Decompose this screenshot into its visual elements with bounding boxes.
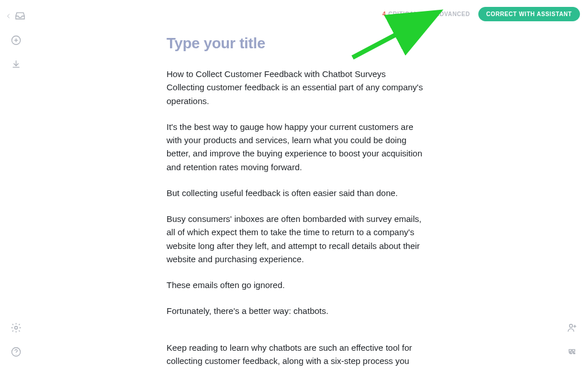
right-sidebar [556, 0, 588, 368]
critical-stat[interactable]: 4 CRITICAL [382, 11, 418, 17]
settings-button[interactable] [9, 321, 23, 335]
advanced-stat[interactable]: 35 ADVANCED [426, 11, 470, 17]
paragraph[interactable]: But collecting useful feedback is often … [167, 186, 425, 200]
download-button[interactable] [9, 57, 23, 71]
title-input[interactable]: Type your title [167, 34, 425, 52]
share-user-button[interactable] [565, 321, 579, 335]
left-sidebar [0, 0, 32, 368]
advanced-label: ADVANCED [435, 11, 470, 17]
paragraph[interactable]: Busy consumers' inboxes are often bombar… [167, 212, 425, 266]
help-button[interactable] [9, 345, 23, 359]
document-body[interactable]: How to Collect Customer Feedback with Ch… [167, 67, 425, 368]
paragraph[interactable]: It's the best way to gauge how happy you… [167, 120, 425, 174]
paragraph[interactable]: Fortunately, there's a better way: chatb… [167, 304, 425, 317]
correct-with-assistant-button[interactable]: CORRECT WITH ASSISTANT [478, 7, 580, 21]
critical-count: 4 [382, 11, 386, 17]
inbox-icon[interactable] [13, 9, 27, 23]
top-bar: 4 CRITICAL 35 ADVANCED CORRECT WITH ASSI… [382, 7, 580, 21]
advanced-count: 35 [426, 11, 433, 17]
quote-button[interactable] [565, 345, 579, 359]
paragraph[interactable]: Keep reading to learn why chatbots are s… [167, 341, 425, 369]
editor-area: Type your title How to Collect Customer … [167, 34, 425, 368]
paragraph[interactable]: These emails often go ignored. [167, 278, 425, 292]
back-button[interactable] [5, 9, 12, 23]
critical-label: CRITICAL [388, 11, 417, 17]
new-document-button[interactable] [9, 33, 23, 47]
svg-point-3 [15, 327, 18, 329]
svg-point-5 [16, 354, 17, 355]
svg-point-6 [570, 324, 572, 327]
paragraph[interactable]: How to Collect Customer Feedback with Ch… [167, 67, 425, 108]
